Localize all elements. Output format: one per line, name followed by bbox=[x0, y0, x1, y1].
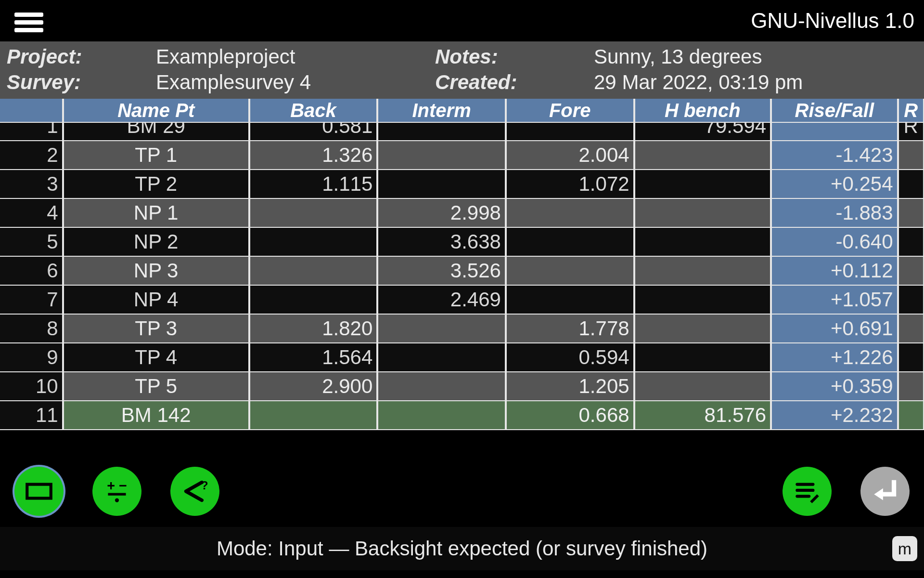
cell-interm[interactable] bbox=[377, 315, 506, 343]
cell-back[interactable]: 1.326 bbox=[249, 141, 378, 170]
cell-fore[interactable] bbox=[506, 123, 634, 141]
cell-back[interactable]: 1.564 bbox=[249, 343, 378, 372]
cell-back[interactable] bbox=[249, 401, 378, 430]
cell-interm[interactable] bbox=[377, 401, 506, 430]
cell-index[interactable]: 6 bbox=[0, 257, 63, 286]
cell-risefall[interactable]: +0.112 bbox=[771, 257, 898, 286]
cell-hbench[interactable] bbox=[634, 199, 771, 228]
cell-risefall[interactable]: +1.226 bbox=[771, 343, 898, 372]
cell-hbench[interactable]: 79.594 bbox=[634, 123, 771, 141]
cell-interm[interactable]: 2.998 bbox=[377, 199, 506, 228]
cell-risefall[interactable]: +2.232 bbox=[771, 401, 898, 430]
cell-index[interactable]: 2 bbox=[0, 141, 63, 170]
less-than-question-icon[interactable]: ? bbox=[170, 467, 219, 516]
table-row[interactable]: 7NP 42.469+1.057 bbox=[0, 286, 924, 315]
cell-fore[interactable]: 1.205 bbox=[506, 372, 634, 401]
cell-hbench[interactable] bbox=[634, 286, 771, 315]
cell-risefall[interactable]: -0.640 bbox=[771, 228, 898, 257]
col-fore[interactable]: Fore bbox=[506, 99, 634, 123]
col-interm[interactable]: Interm bbox=[377, 99, 506, 123]
cell-interm[interactable]: 2.469 bbox=[377, 286, 506, 315]
cell-fore[interactable]: 0.668 bbox=[506, 401, 634, 430]
cell-risefall[interactable]: +0.254 bbox=[771, 170, 898, 199]
cell-name[interactable]: BM 29 bbox=[63, 123, 249, 141]
data-table[interactable]: Name Pt Back Interm Fore H bench Rise/Fa… bbox=[0, 99, 924, 430]
cell-risefall[interactable]: +0.359 bbox=[771, 372, 898, 401]
cell-r[interactable]: R bbox=[898, 123, 924, 141]
cell-hbench[interactable] bbox=[634, 141, 771, 170]
table-row[interactable]: 4NP 12.998-1.883 bbox=[0, 199, 924, 228]
cell-back[interactable]: 0.581 bbox=[249, 123, 378, 141]
cell-index[interactable]: 5 bbox=[0, 228, 63, 257]
cell-r[interactable] bbox=[898, 315, 924, 343]
col-hbench[interactable]: H bench bbox=[634, 99, 771, 123]
cell-hbench[interactable] bbox=[634, 315, 771, 343]
cell-back[interactable]: 2.900 bbox=[249, 372, 378, 401]
rectangle-icon[interactable] bbox=[14, 467, 64, 516]
cell-r[interactable] bbox=[898, 141, 924, 170]
table-row[interactable]: 10TP 52.9001.205+0.359 bbox=[0, 372, 924, 401]
cell-index[interactable]: 7 bbox=[0, 286, 63, 315]
cell-name[interactable]: TP 4 bbox=[63, 343, 249, 372]
cell-r[interactable] bbox=[898, 401, 924, 430]
cell-hbench[interactable] bbox=[634, 372, 771, 401]
cell-fore[interactable] bbox=[506, 286, 634, 315]
plus-minus-divide-icon[interactable]: + −· bbox=[92, 467, 141, 516]
unit-indicator[interactable]: m bbox=[892, 536, 917, 561]
cell-index[interactable]: 9 bbox=[0, 343, 63, 372]
cell-back[interactable] bbox=[249, 286, 378, 315]
cell-fore[interactable] bbox=[506, 257, 634, 286]
cell-interm[interactable] bbox=[377, 372, 506, 401]
cell-fore[interactable]: 1.778 bbox=[506, 315, 634, 343]
cell-name[interactable]: NP 2 bbox=[63, 228, 249, 257]
cell-fore[interactable] bbox=[506, 228, 634, 257]
cell-interm[interactable] bbox=[377, 170, 506, 199]
cell-fore[interactable]: 2.004 bbox=[506, 141, 634, 170]
cell-index[interactable]: 11 bbox=[0, 401, 63, 430]
cell-fore[interactable]: 1.072 bbox=[506, 170, 634, 199]
cell-risefall[interactable]: +1.057 bbox=[771, 286, 898, 315]
col-back[interactable]: Back bbox=[249, 99, 378, 123]
cell-back[interactable] bbox=[249, 228, 378, 257]
cell-index[interactable]: 3 bbox=[0, 170, 63, 199]
table-row[interactable]: 1BM 290.58179.594R bbox=[0, 123, 924, 141]
cell-name[interactable]: NP 1 bbox=[63, 199, 249, 228]
cell-name[interactable]: TP 3 bbox=[63, 315, 249, 343]
cell-r[interactable] bbox=[898, 343, 924, 372]
cell-r[interactable] bbox=[898, 372, 924, 401]
cell-r[interactable] bbox=[898, 286, 924, 315]
cell-fore[interactable] bbox=[506, 199, 634, 228]
cell-risefall[interactable]: -1.423 bbox=[771, 141, 898, 170]
col-r[interactable]: R bbox=[898, 99, 924, 123]
cell-hbench[interactable] bbox=[634, 257, 771, 286]
cell-name[interactable]: NP 4 bbox=[63, 286, 249, 315]
cell-back[interactable]: 1.820 bbox=[249, 315, 378, 343]
cell-name[interactable]: TP 5 bbox=[63, 372, 249, 401]
col-risefall[interactable]: Rise/Fall bbox=[771, 99, 898, 123]
cell-interm[interactable] bbox=[377, 123, 506, 141]
table-row[interactable]: 3TP 21.1151.072+0.254 bbox=[0, 170, 924, 199]
cell-back[interactable] bbox=[249, 199, 378, 228]
cell-index[interactable]: 8 bbox=[0, 315, 63, 343]
cell-name[interactable]: BM 142 bbox=[63, 401, 249, 430]
cell-back[interactable] bbox=[249, 257, 378, 286]
cell-index[interactable]: 4 bbox=[0, 199, 63, 228]
cell-hbench[interactable] bbox=[634, 170, 771, 199]
table-row[interactable]: 5NP 23.638-0.640 bbox=[0, 228, 924, 257]
cell-r[interactable] bbox=[898, 170, 924, 199]
cell-interm[interactable]: 3.526 bbox=[377, 257, 506, 286]
menu-icon[interactable] bbox=[14, 9, 43, 32]
cell-hbench[interactable] bbox=[634, 228, 771, 257]
enter-icon[interactable] bbox=[860, 467, 910, 516]
cell-risefall[interactable] bbox=[771, 123, 898, 141]
table-row[interactable]: 11BM 1420.66881.576+2.232 bbox=[0, 401, 924, 430]
cell-interm[interactable] bbox=[377, 141, 506, 170]
col-name[interactable]: Name Pt bbox=[63, 99, 249, 123]
cell-risefall[interactable]: +0.691 bbox=[771, 315, 898, 343]
cell-name[interactable]: TP 1 bbox=[63, 141, 249, 170]
cell-r[interactable] bbox=[898, 228, 924, 257]
cell-hbench[interactable] bbox=[634, 343, 771, 372]
cell-index[interactable]: 10 bbox=[0, 372, 63, 401]
cell-hbench[interactable]: 81.576 bbox=[634, 401, 771, 430]
cell-r[interactable] bbox=[898, 257, 924, 286]
